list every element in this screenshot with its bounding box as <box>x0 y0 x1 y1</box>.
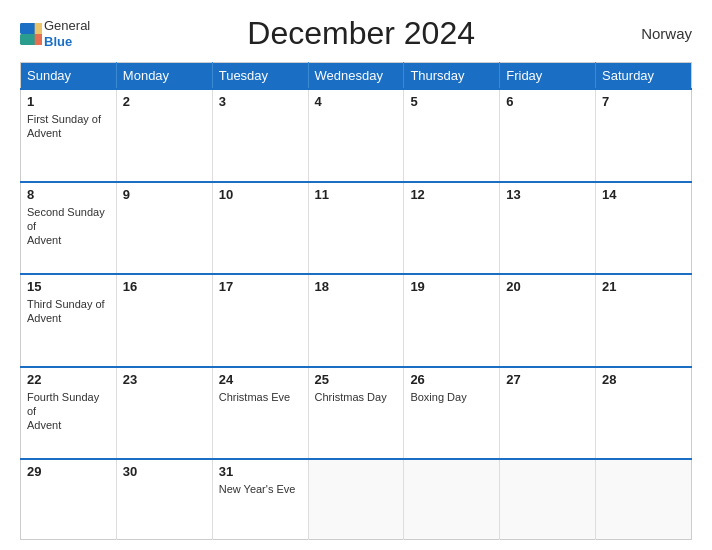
calendar-cell: 4 <box>308 89 404 182</box>
calendar-cell: 31New Year's Eve <box>212 459 308 539</box>
calendar-cell <box>308 459 404 539</box>
calendar-cell: 20 <box>500 274 596 367</box>
logo-text: General Blue <box>44 18 90 49</box>
day-event: Boxing Day <box>410 390 493 404</box>
logo-line1: General <box>44 18 90 34</box>
day-number: 21 <box>602 279 685 294</box>
calendar-week-1: 1First Sunday of Advent234567 <box>21 89 692 182</box>
day-number: 14 <box>602 187 685 202</box>
col-header-friday: Friday <box>500 63 596 90</box>
day-number: 1 <box>27 94 110 109</box>
calendar-week-5: 293031New Year's Eve <box>21 459 692 539</box>
calendar-cell <box>500 459 596 539</box>
calendar-cell: 18 <box>308 274 404 367</box>
day-number: 2 <box>123 94 206 109</box>
svg-marker-3 <box>35 34 42 45</box>
calendar-cell: 9 <box>116 182 212 275</box>
calendar-cell: 15Third Sunday of Advent <box>21 274 117 367</box>
day-number: 12 <box>410 187 493 202</box>
calendar-cell: 11 <box>308 182 404 275</box>
day-event: Christmas Eve <box>219 390 302 404</box>
day-number: 9 <box>123 187 206 202</box>
day-number: 23 <box>123 372 206 387</box>
calendar-header-row: SundayMondayTuesdayWednesdayThursdayFrid… <box>21 63 692 90</box>
day-number: 18 <box>315 279 398 294</box>
calendar-cell: 5 <box>404 89 500 182</box>
day-number: 27 <box>506 372 589 387</box>
calendar-cell <box>596 459 692 539</box>
calendar-cell: 29 <box>21 459 117 539</box>
calendar-cell: 6 <box>500 89 596 182</box>
day-number: 24 <box>219 372 302 387</box>
calendar-cell: 25Christmas Day <box>308 367 404 460</box>
calendar-cell: 23 <box>116 367 212 460</box>
calendar-cell: 10 <box>212 182 308 275</box>
day-number: 22 <box>27 372 110 387</box>
day-event: Second Sunday of Advent <box>27 205 110 248</box>
day-number: 20 <box>506 279 589 294</box>
day-event: Christmas Day <box>315 390 398 404</box>
calendar-cell: 14 <box>596 182 692 275</box>
col-header-wednesday: Wednesday <box>308 63 404 90</box>
calendar-cell: 24Christmas Eve <box>212 367 308 460</box>
col-header-saturday: Saturday <box>596 63 692 90</box>
day-number: 29 <box>27 464 110 479</box>
day-number: 3 <box>219 94 302 109</box>
calendar-cell: 22Fourth Sunday of Advent <box>21 367 117 460</box>
day-number: 6 <box>506 94 589 109</box>
day-number: 11 <box>315 187 398 202</box>
calendar-cell: 21 <box>596 274 692 367</box>
calendar-table: SundayMondayTuesdayWednesdayThursdayFrid… <box>20 62 692 540</box>
day-number: 10 <box>219 187 302 202</box>
calendar-cell: 28 <box>596 367 692 460</box>
day-number: 15 <box>27 279 110 294</box>
day-number: 8 <box>27 187 110 202</box>
day-number: 19 <box>410 279 493 294</box>
calendar-week-4: 22Fourth Sunday of Advent2324Christmas E… <box>21 367 692 460</box>
calendar-cell: 1First Sunday of Advent <box>21 89 117 182</box>
calendar-week-2: 8Second Sunday of Advent91011121314 <box>21 182 692 275</box>
day-number: 31 <box>219 464 302 479</box>
calendar-cell: 27 <box>500 367 596 460</box>
calendar-cell: 17 <box>212 274 308 367</box>
logo-icon <box>20 23 42 45</box>
day-event: First Sunday of Advent <box>27 112 110 141</box>
day-number: 4 <box>315 94 398 109</box>
calendar-cell: 3 <box>212 89 308 182</box>
day-event: New Year's Eve <box>219 482 302 496</box>
day-number: 25 <box>315 372 398 387</box>
col-header-monday: Monday <box>116 63 212 90</box>
col-header-sunday: Sunday <box>21 63 117 90</box>
day-number: 30 <box>123 464 206 479</box>
day-number: 28 <box>602 372 685 387</box>
calendar-cell: 12 <box>404 182 500 275</box>
day-number: 26 <box>410 372 493 387</box>
logo-line2: Blue <box>44 34 72 49</box>
calendar-page: General Blue December 2024 Norway Sunday… <box>0 0 712 550</box>
calendar-cell: 30 <box>116 459 212 539</box>
day-event: Third Sunday of Advent <box>27 297 110 326</box>
day-number: 13 <box>506 187 589 202</box>
calendar-cell: 19 <box>404 274 500 367</box>
calendar-cell: 2 <box>116 89 212 182</box>
calendar-cell: 8Second Sunday of Advent <box>21 182 117 275</box>
svg-marker-2 <box>35 23 42 34</box>
calendar-cell <box>404 459 500 539</box>
calendar-cell: 26Boxing Day <box>404 367 500 460</box>
month-title: December 2024 <box>90 15 632 52</box>
day-number: 7 <box>602 94 685 109</box>
country-label: Norway <box>632 25 692 42</box>
col-header-tuesday: Tuesday <box>212 63 308 90</box>
calendar-week-3: 15Third Sunday of Advent161718192021 <box>21 274 692 367</box>
col-header-thursday: Thursday <box>404 63 500 90</box>
day-number: 5 <box>410 94 493 109</box>
calendar-cell: 7 <box>596 89 692 182</box>
day-number: 16 <box>123 279 206 294</box>
calendar-cell: 13 <box>500 182 596 275</box>
day-event: Fourth Sunday of Advent <box>27 390 110 433</box>
header: General Blue December 2024 Norway <box>20 15 692 52</box>
logo: General Blue <box>20 18 90 49</box>
calendar-cell: 16 <box>116 274 212 367</box>
day-number: 17 <box>219 279 302 294</box>
